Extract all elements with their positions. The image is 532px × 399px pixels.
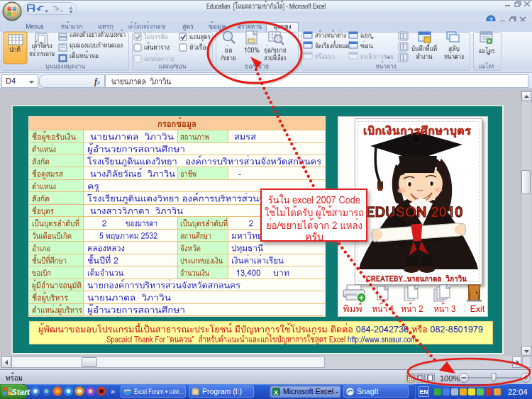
svg-text:Start: Start [11,388,31,396]
svg-text:X: X [274,388,278,395]
svg-text:»: » [111,387,115,395]
